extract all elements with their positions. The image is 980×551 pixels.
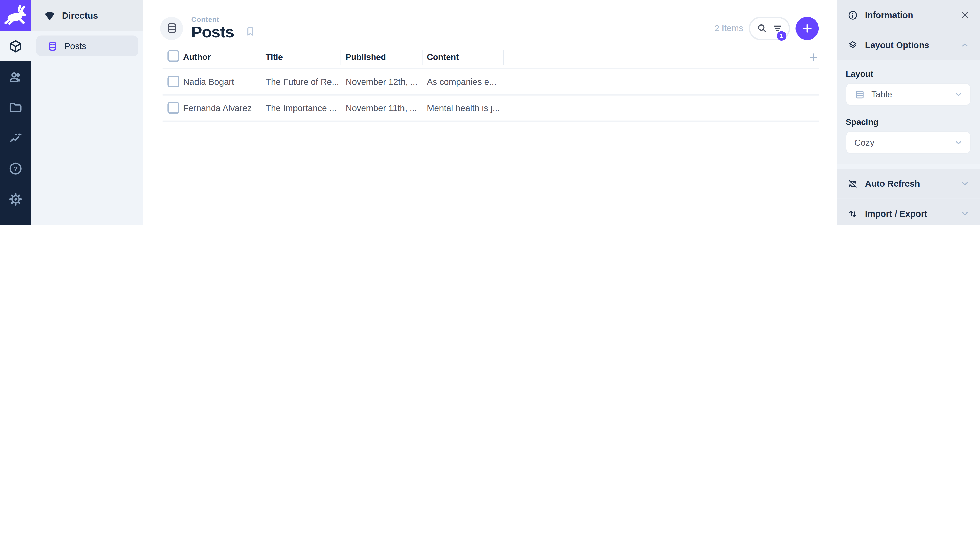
column-header-title[interactable]: Title: [261, 50, 340, 65]
select-all-checkbox[interactable]: [167, 50, 180, 62]
sidebar-gap: [837, 164, 980, 169]
cell-content: As companies e...: [422, 76, 504, 86]
table-header-row: Author Title Published Content: [162, 47, 819, 68]
help-icon: ?: [8, 161, 23, 176]
row-checkbox[interactable]: [167, 76, 180, 88]
insights-icon: [8, 130, 23, 145]
row-checkbox[interactable]: [167, 102, 180, 114]
items-count: 2 Items: [714, 23, 743, 33]
sidebar-section-information: Information: [837, 0, 980, 30]
cell-title: The Future of Re...: [261, 76, 340, 86]
chevron-up-icon: [960, 40, 970, 50]
filter-count-badge: 1: [777, 31, 786, 41]
database-icon: [165, 22, 178, 35]
layout-select[interactable]: Table: [845, 83, 970, 106]
sidebar-item-posts[interactable]: Posts: [36, 36, 138, 56]
sidebar-section-auto-refresh[interactable]: Auto Refresh: [837, 168, 980, 199]
nav-item-label: Posts: [64, 41, 86, 51]
plus-icon: [808, 52, 819, 62]
rabbit-logo-icon: [0, 0, 31, 31]
directus-app: ?: [0, 0, 980, 225]
module-settings[interactable]: [0, 184, 31, 214]
section-label: Layout Options: [865, 40, 929, 50]
sync-disabled-icon: [848, 178, 858, 189]
table-body: Nadia Bogart The Future of Re... Novembe…: [162, 68, 819, 122]
breadcrumb[interactable]: Content: [191, 16, 234, 23]
select-all-cell: [162, 50, 183, 65]
layout-field-label: Layout: [845, 69, 970, 79]
search-filter-pill: 1: [749, 17, 790, 40]
cell-author: Fernanda Alvarez: [183, 103, 261, 113]
bookmark-icon: [245, 25, 256, 38]
chevron-down-icon: [960, 209, 970, 219]
cube-icon: [8, 38, 23, 54]
svg-text:?: ?: [14, 165, 18, 172]
project-icon: [43, 9, 56, 22]
page-header: Content Posts 2 Items: [143, 0, 837, 41]
module-bar-spacer: [0, 214, 31, 225]
spacing-select[interactable]: Cozy: [845, 131, 970, 154]
cell-author: Nadia Bogart: [183, 76, 261, 86]
spacing-field: Spacing Cozy: [845, 118, 970, 154]
items-table: Author Title Published Content: [162, 47, 819, 122]
collection-icon-button[interactable]: [160, 17, 183, 40]
sidebar-section-import-export[interactable]: Import / Export: [837, 199, 980, 225]
gear-icon: [8, 192, 23, 206]
section-label: Import / Export: [865, 209, 927, 219]
page-title: Posts: [191, 23, 234, 41]
row-select-cell: [162, 76, 183, 88]
database-icon: [47, 40, 58, 52]
chevron-down-icon: [960, 179, 970, 189]
add-column-button[interactable]: [808, 52, 819, 62]
sidebar-title: Information: [865, 10, 913, 20]
row-select-cell: [162, 102, 183, 114]
module-content[interactable]: [0, 30, 31, 61]
title-block: Content Posts: [191, 16, 234, 41]
close-icon[interactable]: [960, 10, 970, 20]
cell-title: The Importance ...: [261, 103, 340, 113]
search-icon[interactable]: [756, 23, 767, 34]
column-header-published[interactable]: Published: [341, 50, 422, 65]
directus-logo[interactable]: [0, 0, 31, 30]
cell-published: November 12th, ...: [341, 76, 422, 86]
column-header-content[interactable]: Content: [422, 50, 504, 65]
module-users[interactable]: [0, 61, 31, 92]
spacing-select-value: Cozy: [854, 138, 874, 148]
module-files[interactable]: [0, 92, 31, 122]
chevron-down-icon: [954, 89, 963, 99]
info-icon: [848, 10, 858, 21]
table-layout-icon: [854, 89, 865, 100]
bookmark-button[interactable]: [245, 25, 256, 38]
project-name: Directus: [62, 10, 98, 20]
cell-published: November 11th, ...: [341, 103, 422, 113]
project-chooser[interactable]: Directus: [31, 0, 143, 30]
plus-icon: [801, 22, 813, 35]
spacing-field-label: Spacing: [845, 118, 970, 127]
nav-sidebar: Directus Posts: [31, 0, 143, 225]
cell-content: Mental health is j...: [422, 103, 504, 113]
column-header-author[interactable]: Author: [183, 50, 261, 65]
sidebar-section-layout-options[interactable]: Layout Options: [837, 30, 980, 60]
folder-icon: [8, 100, 23, 115]
layout-options-panel: Layout Table Spacing Cozy: [837, 60, 980, 164]
table-row[interactable]: Fernanda Alvarez The Importance ... Nove…: [162, 95, 819, 122]
users-icon: [8, 69, 23, 84]
layers-icon: [848, 40, 858, 51]
layout-select-value: Table: [871, 89, 892, 99]
module-help[interactable]: ?: [0, 153, 31, 184]
module-insights[interactable]: [0, 122, 31, 153]
column-actions-cell: [504, 50, 819, 65]
add-item-button[interactable]: [796, 17, 819, 40]
module-bar: ?: [0, 0, 31, 225]
table-row[interactable]: Nadia Bogart The Future of Re... Novembe…: [162, 69, 819, 95]
import-export-icon: [848, 208, 858, 219]
chevron-down-icon: [954, 138, 963, 147]
info-sidebar: Information Layout Options Layout: [837, 0, 980, 225]
main-content: Content Posts 2 Items: [143, 0, 837, 225]
section-label: Auto Refresh: [865, 179, 920, 189]
header-actions: 2 Items 1: [714, 17, 819, 40]
